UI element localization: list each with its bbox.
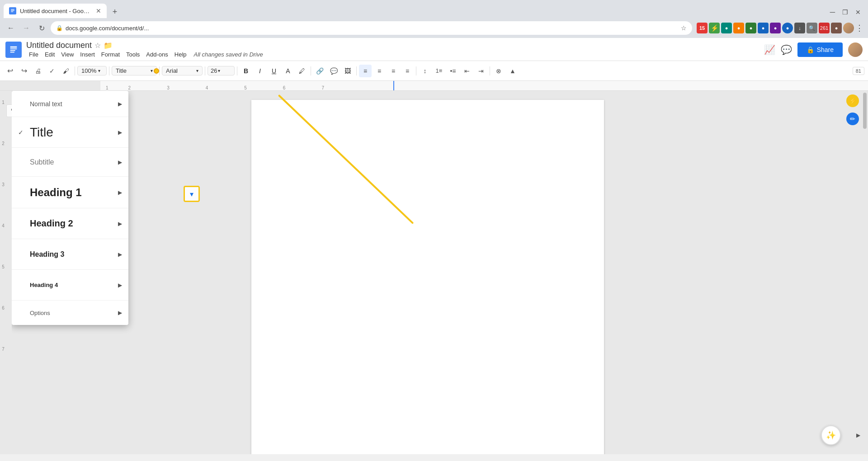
comment-btn[interactable]: 💬 bbox=[327, 65, 340, 77]
yellow-dropdown-indicator[interactable]: ▾ bbox=[184, 186, 200, 202]
font-select[interactable]: Arial ▾ bbox=[162, 66, 203, 75]
link-btn[interactable]: 🔗 bbox=[313, 65, 326, 77]
ext-green2[interactable]: ● bbox=[745, 23, 756, 33]
ext-green-fork[interactable]: ⚡ bbox=[709, 23, 720, 33]
spellcheck-btn[interactable]: ✓ bbox=[46, 65, 58, 77]
dropdown-item-h3[interactable]: ✓ Heading 3 ▶ bbox=[12, 239, 128, 270]
doc-area: ✓ Normal text ▶ ✓ Title ▶ ✓ Subtitle ▶ ✓… bbox=[12, 91, 844, 454]
dropdown-item-h2[interactable]: ✓ Heading 2 ▶ bbox=[12, 208, 128, 239]
align-right-btn[interactable]: ≡ bbox=[387, 65, 400, 77]
trending-icon[interactable]: 📈 bbox=[764, 44, 775, 55]
ext-blue[interactable]: ● bbox=[758, 23, 769, 33]
menu-file[interactable]: File bbox=[26, 50, 41, 59]
font-size-select[interactable]: 26 ▾ bbox=[208, 66, 235, 75]
new-tab-btn[interactable]: + bbox=[108, 5, 121, 18]
check-empty-6: ✓ bbox=[18, 282, 27, 289]
active-tab[interactable]: Untitled document - Google Doc... ✕ bbox=[4, 4, 107, 18]
ext-purple[interactable]: ● bbox=[770, 23, 781, 33]
menu-format[interactable]: Format bbox=[99, 50, 123, 59]
print-btn[interactable]: 🖨 bbox=[32, 65, 44, 77]
zoom-select[interactable]: 100% ▾ bbox=[77, 66, 107, 75]
close-btn[interactable]: ✕ bbox=[855, 9, 861, 16]
menu-edit[interactable]: Edit bbox=[42, 50, 57, 59]
undo-btn[interactable]: ↩ bbox=[4, 65, 16, 77]
star-icon[interactable]: ☆ bbox=[681, 24, 687, 32]
highlight-btn[interactable]: 🖊 bbox=[296, 65, 308, 77]
align-left-btn[interactable]: ≡ bbox=[359, 65, 372, 77]
comment-icon[interactable]: 💬 bbox=[781, 44, 792, 55]
ext-red[interactable]: 15 bbox=[697, 23, 708, 33]
ext-more[interactable]: ⋮ bbox=[855, 23, 863, 33]
maximize-btn[interactable]: ❐ bbox=[842, 9, 848, 16]
share-button[interactable]: 🔒 Share bbox=[797, 42, 843, 57]
menu-help[interactable]: Help bbox=[172, 50, 189, 59]
ext-red2[interactable]: 261 bbox=[819, 23, 830, 33]
ext-circle-blue[interactable]: ● bbox=[782, 23, 793, 33]
dropdown-item-normal[interactable]: ✓ Normal text ▶ bbox=[12, 91, 128, 117]
minimize-btn[interactable]: ─ bbox=[830, 8, 835, 16]
refresh-btn[interactable]: ↻ bbox=[35, 22, 48, 34]
align-center-btn[interactable]: ≡ bbox=[373, 65, 386, 77]
menu-insert[interactable]: Insert bbox=[77, 50, 98, 59]
arrow-icon: ▶ bbox=[118, 310, 122, 316]
menu-tools[interactable]: Tools bbox=[123, 50, 142, 59]
arrow-icon: ▶ bbox=[118, 221, 122, 227]
italic-btn[interactable]: I bbox=[254, 65, 266, 77]
address-text: docs.google.com/document/d/... bbox=[66, 25, 678, 32]
toolbar-divider-6 bbox=[311, 66, 311, 75]
cloud-icon[interactable]: 📁 bbox=[104, 41, 113, 50]
clear-format-btn[interactable]: ⊗ bbox=[492, 65, 505, 77]
menu-view[interactable]: View bbox=[58, 50, 76, 59]
menu-addons[interactable]: Add-ons bbox=[143, 50, 170, 59]
ext-search[interactable]: 🔍 bbox=[807, 23, 817, 33]
doc-page[interactable] bbox=[251, 100, 604, 454]
dropdown-item-h4[interactable]: ✓ Heading 4 ▶ bbox=[12, 270, 128, 301]
underline-btn[interactable]: U bbox=[268, 65, 280, 77]
doc-title[interactable]: Untitled document bbox=[26, 41, 92, 50]
decrease-indent-btn[interactable]: ⇤ bbox=[461, 65, 473, 77]
line-spacing-btn[interactable]: ↕ bbox=[419, 65, 431, 77]
scrollbar[interactable] bbox=[862, 91, 868, 454]
back-btn[interactable]: ← bbox=[5, 22, 17, 34]
lock-icon: 🔒 bbox=[56, 25, 63, 31]
increase-indent-btn[interactable]: ⇥ bbox=[475, 65, 487, 77]
saved-msg: All changes saved in Drive bbox=[190, 50, 267, 59]
style-select[interactable]: Title ▾ bbox=[112, 66, 157, 75]
numbered-list-btn[interactable]: 1≡ bbox=[433, 65, 445, 77]
right-sidebar: ⚡ ✏ bbox=[844, 91, 862, 454]
ext-orange[interactable]: ● bbox=[733, 23, 744, 33]
scroll-thumb[interactable] bbox=[863, 93, 867, 129]
expand-panel-btn[interactable]: ▶ bbox=[853, 425, 863, 445]
ext-down[interactable]: ↓ bbox=[794, 23, 805, 33]
ext-avatar-sm[interactable] bbox=[843, 23, 854, 33]
svg-rect-4 bbox=[10, 48, 17, 49]
check-empty: ✓ bbox=[18, 100, 27, 108]
dropdown-item-title[interactable]: ✓ Title ▶ bbox=[12, 117, 128, 148]
chevron-down-icon: ▾ bbox=[98, 68, 100, 73]
address-bar[interactable]: 🔒 docs.google.com/document/d/... ☆ bbox=[51, 21, 692, 35]
smart-compose-icon[interactable]: ⚡ bbox=[846, 94, 859, 107]
ruler-marker[interactable] bbox=[393, 81, 394, 90]
dropdown-item-subtitle[interactable]: ✓ Subtitle ▶ bbox=[12, 148, 128, 177]
text-color-btn[interactable]: A bbox=[282, 65, 294, 77]
edit-icon[interactable]: ✏ bbox=[846, 113, 859, 125]
forward-btn[interactable]: → bbox=[20, 22, 33, 34]
redo-btn[interactable]: ↪ bbox=[18, 65, 30, 77]
tab-close[interactable]: ✕ bbox=[96, 7, 101, 14]
image-btn[interactable]: 🖼 bbox=[341, 65, 354, 77]
justify-btn[interactable]: ≡ bbox=[401, 65, 414, 77]
paint-format-btn[interactable]: 🖌 bbox=[60, 65, 72, 77]
ai-button[interactable]: ✨ bbox=[821, 425, 841, 445]
bold-btn[interactable]: B bbox=[240, 65, 252, 77]
tab-bar: Untitled document - Google Doc... ✕ + ─ … bbox=[0, 0, 868, 18]
user-avatar[interactable] bbox=[848, 42, 863, 57]
dropdown-item-options[interactable]: ✓ Options ▶ bbox=[12, 301, 128, 325]
arrow-icon: ▶ bbox=[118, 129, 122, 136]
star-icon[interactable]: ☆ bbox=[94, 41, 101, 50]
ext-green[interactable]: ● bbox=[721, 23, 732, 33]
ext-brown[interactable]: ● bbox=[831, 23, 842, 33]
more-btn[interactable]: ▲ bbox=[506, 65, 519, 77]
bullet-list-btn[interactable]: •≡ bbox=[447, 65, 459, 77]
dropdown-item-h1[interactable]: ✓ Heading 1 ▶ bbox=[12, 177, 128, 208]
arrow-icon: ▶ bbox=[118, 159, 122, 165]
